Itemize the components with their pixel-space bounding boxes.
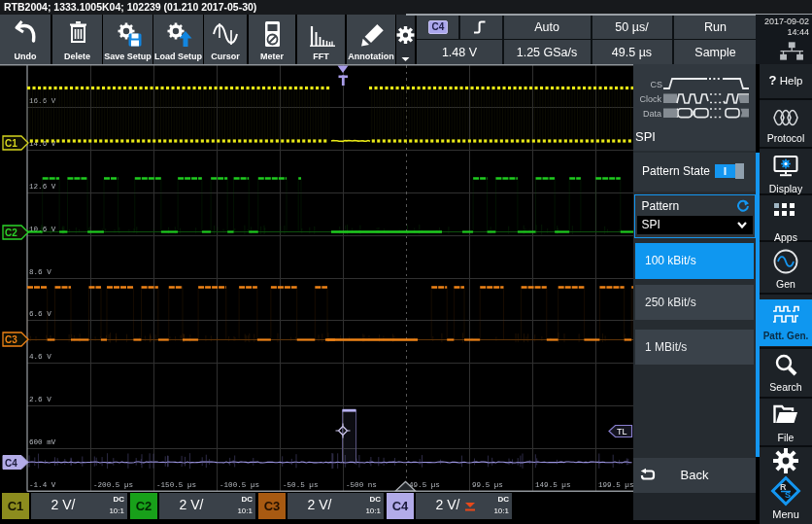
svg-text:C3: C3 xyxy=(5,334,17,345)
svg-text:Data: Data xyxy=(643,109,661,119)
svg-text:-500 ns: -500 ns xyxy=(346,481,377,489)
svg-text:149.5 µs: 149.5 µs xyxy=(535,481,570,489)
svg-text:199.5 µs: 199.5 µs xyxy=(598,481,633,489)
svg-text:-1.4 V: -1.4 V xyxy=(29,481,56,489)
svg-text:C4: C4 xyxy=(5,458,17,469)
svg-text:-100.5 µs: -100.5 µs xyxy=(220,481,259,489)
svg-text:-150.5 µs: -150.5 µs xyxy=(156,481,196,489)
svg-text:C1: C1 xyxy=(5,138,17,149)
svg-text:16.6 V: 16.6 V xyxy=(29,97,56,105)
svg-text:600 mV: 600 mV xyxy=(29,438,56,446)
svg-text:6.6 V: 6.6 V xyxy=(29,310,51,318)
svg-text:8.6 V: 8.6 V xyxy=(29,268,51,276)
svg-text:C2: C2 xyxy=(5,227,17,238)
svg-text:2.6 V: 2.6 V xyxy=(29,396,51,403)
svg-text:TL: TL xyxy=(617,427,627,437)
svg-text:Clock: Clock xyxy=(639,94,661,104)
svg-text:49.5 µs: 49.5 µs xyxy=(409,481,440,489)
svg-text:-200.5 µs: -200.5 µs xyxy=(93,481,133,489)
svg-text:-50.5 µs: -50.5 µs xyxy=(283,481,318,489)
svg-text:99.5 µs: 99.5 µs xyxy=(472,481,503,489)
svg-text:4.6 V: 4.6 V xyxy=(29,353,51,361)
svg-text:CS: CS xyxy=(650,80,662,89)
